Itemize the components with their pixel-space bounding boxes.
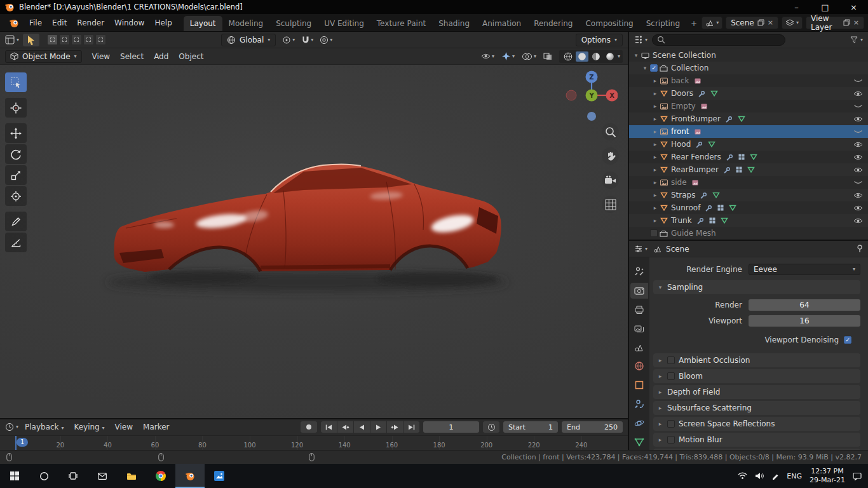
select-mode-new[interactable] (47, 34, 58, 45)
expand-icon[interactable]: ▸ (652, 154, 658, 160)
overlays-dropdown[interactable]: ▾ (522, 53, 536, 60)
outliner-item-frontbumper[interactable]: ▸FrontBumper (629, 112, 868, 125)
outliner-item-rear-fenders[interactable]: ▸Rear Fenders (629, 151, 868, 163)
expand-icon[interactable]: ▸ (652, 116, 658, 122)
select-mode-invert[interactable] (83, 34, 94, 45)
new-view-layer-icon[interactable] (843, 19, 850, 26)
workspace-tab-uv-editing[interactable]: UV Editing (318, 16, 370, 31)
maximize-button[interactable]: □ (811, 0, 839, 14)
expand-icon[interactable]: ▸ (652, 103, 658, 109)
outliner-item-hood[interactable]: ▸Hood (629, 138, 868, 151)
taskbar-blender-icon[interactable] (175, 464, 205, 488)
section-screen-space-reflections[interactable]: ▸Screen Space Reflections (653, 417, 860, 431)
properties-tab-tool[interactable] (630, 264, 648, 280)
shading-wireframe-button[interactable] (562, 51, 574, 62)
car-model[interactable] (0, 65, 628, 418)
eye-icon[interactable] (853, 142, 863, 147)
eye-icon[interactable] (853, 193, 863, 198)
workspace-tab-rendering[interactable]: Rendering (527, 16, 579, 31)
outliner-item-front[interactable]: ▸front (629, 125, 868, 138)
closed-eye-icon[interactable] (853, 180, 863, 185)
outliner-item-rearbumper[interactable]: ▸RearBumper (629, 163, 868, 176)
taskbar-chrome-icon[interactable] (146, 464, 175, 488)
section-sampling[interactable]: ▾ Sampling (653, 280, 860, 294)
jump-to-start-button[interactable] (321, 421, 337, 433)
preview-range-button[interactable] (483, 421, 499, 433)
expand-icon[interactable]: ▸ (652, 166, 658, 173)
properties-tab-scene[interactable] (630, 339, 648, 355)
workspace-tab-scripting[interactable]: Scripting (640, 16, 686, 31)
browse-view-layer-button[interactable]: ▾ (782, 17, 803, 29)
outliner-item-trunk[interactable]: ▸Trunk (629, 214, 868, 227)
eye-icon[interactable] (853, 205, 863, 211)
network-icon[interactable] (738, 472, 747, 480)
tool-box-select[interactable] (5, 72, 27, 92)
taskbar-cortana-icon[interactable] (29, 464, 58, 488)
menu-edit[interactable]: Edit (47, 17, 72, 29)
pan-button[interactable] (602, 147, 619, 165)
tool-transform[interactable] (5, 186, 27, 206)
expand-icon[interactable]: ▸ (652, 192, 658, 198)
auto-keying-button[interactable] (301, 421, 317, 433)
menu-help[interactable]: Help (149, 17, 177, 29)
filter-icon[interactable] (850, 36, 858, 43)
properties-tab-render[interactable] (630, 283, 648, 299)
outliner-item-back[interactable]: ▸back (629, 74, 868, 87)
pivot-dropdown[interactable]: ▾ (282, 36, 295, 44)
properties-tab-physics[interactable] (630, 415, 648, 431)
tool-rotate[interactable] (5, 144, 27, 164)
outliner-item-scene-collection[interactable]: ▾ Scene Collection (629, 49, 868, 62)
frame-end-field[interactable]: End 250 (562, 421, 623, 433)
taskbar-file-explorer-icon[interactable] (117, 464, 146, 488)
camera-view-button[interactable] (602, 172, 619, 189)
scene-selector[interactable]: Scene × (726, 17, 778, 29)
section-checkbox[interactable] (667, 436, 675, 444)
workspace-tab-sculpting[interactable]: Sculpting (269, 16, 318, 31)
pin-icon[interactable] (857, 245, 863, 253)
outliner-item-guide-mesh[interactable]: Guide Mesh (629, 227, 868, 240)
remove-view-layer-icon[interactable]: × (853, 18, 859, 27)
jump-to-next-keyframe-button[interactable] (387, 421, 403, 433)
closed-eye-icon[interactable] (853, 130, 863, 134)
shading-solid-button[interactable] (576, 51, 588, 62)
timeline-menu-view[interactable]: View (110, 421, 138, 433)
expand-icon[interactable]: ▾ (633, 52, 639, 58)
sampling-render-field[interactable]: 64 (749, 299, 860, 311)
section-checkbox[interactable] (667, 356, 675, 364)
frame-start-field[interactable]: Start 1 (503, 421, 558, 433)
zoom-button[interactable] (602, 123, 619, 140)
expand-icon[interactable]: ▸ (652, 179, 658, 186)
timeline-menu-marker[interactable]: Marker (138, 421, 174, 433)
collection-checkbox[interactable] (650, 229, 658, 237)
play-reverse-button[interactable] (354, 421, 370, 433)
tool-scale[interactable] (5, 165, 27, 185)
section-bloom[interactable]: ▸Bloom (653, 369, 860, 383)
closed-eye-icon[interactable] (853, 104, 863, 109)
workspace-tab-animation[interactable]: Animation (476, 16, 527, 31)
closed-eye-icon[interactable] (853, 79, 863, 83)
tool-move[interactable] (5, 123, 27, 143)
properties-tab-object[interactable] (630, 377, 648, 393)
section-checkbox[interactable] (667, 420, 675, 428)
properties-tab-output[interactable] (630, 302, 648, 318)
tool-measure[interactable] (5, 233, 27, 252)
expand-icon[interactable]: ▸ (652, 128, 658, 135)
jump-to-end-button[interactable] (403, 421, 419, 433)
view-layer-selector[interactable]: View Layer × (806, 17, 864, 29)
snap-toggle[interactable]: ▾ (301, 36, 313, 44)
eye-icon[interactable] (853, 91, 863, 97)
new-scene-icon[interactable] (757, 19, 764, 26)
properties-editor-button[interactable]: ▾ (634, 245, 648, 253)
section-motion-blur[interactable]: ▸Motion Blur (653, 433, 860, 447)
select-mode-subtract[interactable] (71, 34, 82, 45)
current-frame-marker[interactable]: 1 (15, 436, 17, 450)
proportional-editing-dropdown[interactable]: ▾ (320, 36, 332, 44)
gizmos-dropdown[interactable]: ▾ (501, 51, 515, 61)
taskbar-mail-icon[interactable] (88, 464, 117, 488)
navigation-gizmo[interactable]: ZXY (566, 67, 618, 122)
shading-rendered-button[interactable] (604, 51, 616, 62)
outliner-item-side[interactable]: ▸side (629, 176, 868, 189)
shading-material-button[interactable] (590, 51, 602, 62)
notification-icon[interactable] (853, 472, 862, 480)
section-subsurface-scattering[interactable]: ▸Subsurface Scattering (653, 401, 860, 415)
